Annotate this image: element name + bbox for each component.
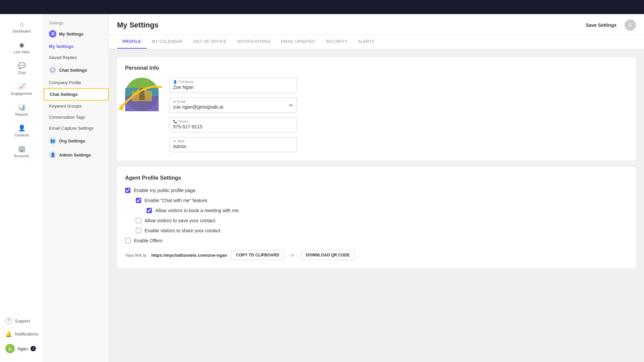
checkbox-group: Enable my public profile page. Enable "C… [125,188,628,243]
conversation-tags-label: Conversation Tags [49,115,85,120]
top-bar [0,0,644,14]
tab-out-of-office[interactable]: OUT OF OFFICE [188,35,232,49]
sidebar-item-email-capture[interactable]: Email Capture Settings [44,123,109,134]
sidebar-item-conversation-tags[interactable]: Conversation Tags [44,112,109,123]
chat-settings-group-icon: 💬 [49,66,56,74]
second-sidebar: Settings ⚙ My Settings My Settings Saved… [44,0,109,362]
nav-label-chat: Chat [18,71,25,75]
checkbox-item-allow-booking: Allow visitors to book a meeting with me… [147,208,628,213]
tab-my-calendar[interactable]: MY CALENDAR [147,35,188,49]
nav-label-accounts: Accounts [14,154,29,158]
email-value: zoe.ngan@getsignals.ai [173,104,293,110]
sidebar-item-keyword-groups[interactable]: Keyword Groups [44,101,109,112]
user-profile-item[interactable]: g. Ngan 3 [0,341,43,357]
full-name-value: Zoe Ngan [173,84,293,90]
chat-settings-group-label: Chat Settings [59,68,87,73]
nav-item-reports[interactable]: 📊 Reports [0,100,43,120]
org-settings-group[interactable]: 👥 Org Settings [44,134,109,148]
phone-value: 575-517-9115 [173,123,293,129]
user-avatar-initial: g. [9,347,12,351]
email-field: ✉ Email zoe.ngan@getsignals.ai ✏ [169,98,297,113]
engagement-icon: 📈 [18,83,25,90]
checkbox-allow-booking[interactable] [147,208,152,213]
contacts-icon: 👤 [18,124,25,132]
page-header: My Settings Save Settings R [109,14,644,35]
email-capture-label: Email Capture Settings [49,126,94,131]
admin-settings-group[interactable]: 👤 Admin Settings [44,148,109,162]
tab-notifications[interactable]: NOTIFICATIONS [232,35,275,49]
nav-label-contacts: Contacts [14,133,29,137]
copy-to-clipboard-button[interactable]: COPY TO CLIPBOARD [231,250,284,260]
nav-item-dashboard[interactable]: ⌂ Dashboard [0,17,43,37]
checkbox-item-chat-with-me: Enable "Chat with me" feature. [136,198,628,203]
avatar-image [125,78,159,111]
sidebar-item-my-settings[interactable]: My Settings [44,41,109,52]
personal-info-layout: 👤 Full Name Zoe Ngan ✉ Email zoe.ngan@ge… [125,78,628,152]
phone-label: 📞 Phone [173,120,293,123]
checkbox-enable-offers[interactable] [125,238,130,243]
edit-email-icon[interactable]: ✏ [289,103,293,108]
sidebar-item-saved-replies[interactable]: Saved Replies [44,52,109,63]
nav-item-engagement[interactable]: 📈 Engagement [0,79,43,100]
checkbox-enable-public-profile[interactable] [125,188,130,193]
tab-email-updates[interactable]: EMAIL UPDATES [276,35,320,49]
notifications-icon: 🔔 [5,331,12,337]
nav-item-accounts[interactable]: 🏢 Accounts [0,141,43,162]
download-qr-button[interactable]: DOWNLOAD QR CODE [301,250,355,260]
company-profile-label: Company Profile [49,80,81,85]
enable-public-profile-label: Enable my public profile page. [134,188,197,193]
nav-label-reports: Reports [15,112,28,116]
agent-profile-card: Agent Profile Settings Enable my public … [117,167,636,268]
live-view-icon: ◉ [19,41,24,49]
role-icon: 🏷 [173,139,176,143]
allow-save-contact-label: Allow visitors to save your contact. [145,218,216,223]
enable-offers-label: Enable Offers [134,238,162,243]
nav-item-contacts[interactable]: 👤 Contacts [0,120,43,141]
sidebar-item-company-profile[interactable]: Company Profile [44,77,109,88]
nav-item-live-view[interactable]: ◉ Live View [0,37,43,58]
phone-icon: 📞 [173,120,177,123]
main-content: My Settings Save Settings R PROFILE MY C… [109,0,644,362]
checkbox-item-share-contact: Enable visitors to share your contact. [136,228,628,233]
role-value: Admin [173,143,293,149]
checkbox-item-public-profile: Enable my public profile page. [125,188,628,193]
checkbox-enable-share-contact[interactable] [136,228,141,233]
profile-avatar[interactable] [125,78,159,111]
form-fields: 👤 Full Name Zoe Ngan ✉ Email zoe.ngan@ge… [169,78,297,152]
user-avatar: g. [5,344,15,353]
person-icon: 👤 [173,80,177,84]
admin-settings-label: Admin Settings [59,153,91,158]
save-settings-button[interactable]: Save Settings [582,20,621,30]
saved-replies-label: Saved Replies [49,55,77,60]
svg-point-7 [139,88,145,93]
nav-item-chat[interactable]: 💬 Chat [0,58,43,79]
support-label: Support [15,318,30,323]
tab-alerts[interactable]: ALERTS [353,35,380,49]
phone-field: 📞 Phone 575-517-9115 [169,117,297,132]
checkbox-allow-save-contact[interactable] [136,218,141,223]
admin-settings-icon: 👤 [49,151,56,159]
chat-settings-label: Chat Settings [50,92,78,97]
sidebar-item-chat-settings[interactable]: Chat Settings [44,88,109,101]
my-settings-group[interactable]: ⚙ My Settings [44,27,109,41]
checkbox-enable-chat-with-me[interactable] [136,198,141,203]
chat-icon: 💬 [18,62,25,69]
link-prefix: Your link is: [125,253,147,258]
or-label: - or - [288,253,297,257]
notifications-nav-item[interactable]: 🔔 Notifications [0,327,43,341]
org-settings-label: Org Settings [59,138,85,143]
tab-profile[interactable]: PROFILE [117,35,147,49]
user-badge: 3 [31,346,36,351]
my-settings-group-icon: ⚙ [49,30,56,38]
user-name: Ngan [17,346,28,351]
email-icon: ✉ [173,100,176,104]
my-settings-label: My Settings [49,44,73,49]
tab-security[interactable]: SECURITY [320,35,353,49]
user-avatar-button[interactable]: R [625,19,636,31]
dashboard-icon: ⌂ [20,21,23,28]
chat-settings-group[interactable]: 💬 Chat Settings [44,63,109,77]
email-label: ✉ Email [173,100,293,104]
checkbox-item-save-contact: Allow visitors to save your contact. [136,218,628,223]
support-item[interactable]: ? Support [0,314,43,327]
keyword-groups-label: Keyword Groups [49,104,82,109]
